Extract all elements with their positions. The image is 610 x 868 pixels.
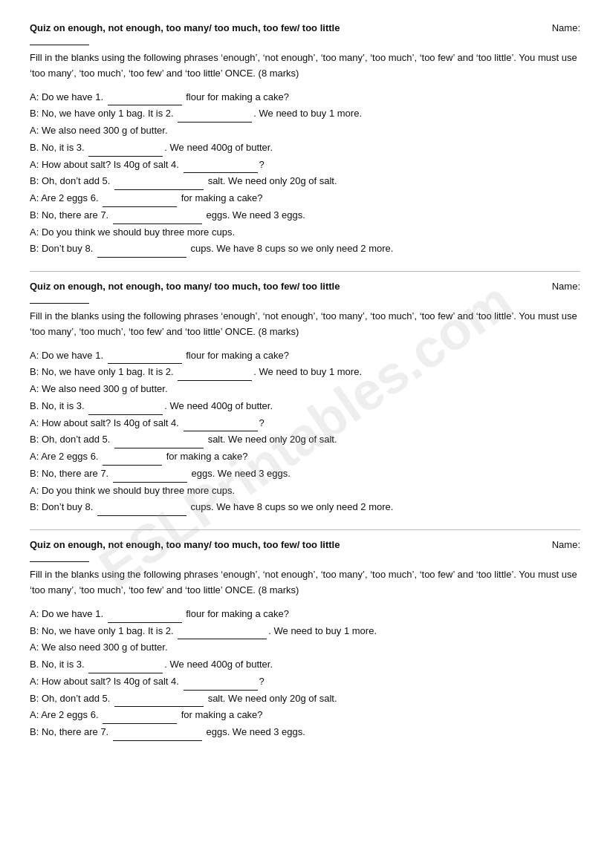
s3-line-8: B: No, there are 7. eggs. We need 3 eggs…	[30, 724, 580, 741]
blank-3-7	[113, 740, 202, 741]
s2-line-4: B. No, it is 3. . We need 400g of butter…	[30, 398, 580, 415]
line-2: B: No, we have only 1 bag. It is 2. . We…	[30, 105, 580, 123]
section-3-qa: A: Do we have 1. flour for making a cake…	[30, 606, 580, 741]
section-3: Quiz on enough, not enough, too many/ to…	[30, 539, 580, 741]
section-1-name-label: Name:	[552, 22, 580, 33]
blank-2-2	[178, 380, 252, 381]
s2-line-5: A: How about salt? Is 40g of salt 4. ?	[30, 415, 580, 432]
s3-line-3: A: We also need 300 g of butter.	[30, 639, 580, 656]
s3-line-4: B. No, it is 3. . We need 400g of butter…	[30, 656, 580, 673]
section-1-name-underline	[30, 35, 89, 45]
section-3-title: Quiz on enough, not enough, too many/ to…	[30, 539, 340, 550]
line-3: A: We also need 300 g of butter.	[30, 123, 580, 140]
blank-2-8	[97, 515, 186, 516]
blank-1-8	[97, 257, 186, 258]
s3-line-6: B: Oh, don’t add 5. salt. We need only 2…	[30, 691, 580, 708]
section-2-qa: A: Do we have 1. flour for making a cake…	[30, 347, 580, 517]
line-4: B. No, it is 3. . We need 400g of butter…	[30, 140, 580, 157]
section-2-name-underline	[30, 293, 89, 304]
section-1-instructions: Fill in the blanks using the following p…	[30, 50, 580, 82]
blank-3-2	[178, 639, 267, 639]
section-2-instructions: Fill in the blanks using the following p…	[30, 309, 580, 340]
section-2: Quiz on enough, not enough, too many/ to…	[30, 281, 580, 516]
divider-1	[30, 271, 580, 272]
s2-line-2: B: No, we have only 1 bag. It is 2. . We…	[30, 364, 580, 381]
s2-line-8: B: No, there are 7. eggs. We need 3 eggs…	[30, 466, 580, 483]
s2-line-3: A: We also need 300 g of butter.	[30, 381, 580, 398]
section-2-title: Quiz on enough, not enough, too many/ to…	[30, 281, 340, 292]
s3-line-2: B: No, we have only 1 bag. It is 2. . We…	[30, 623, 580, 640]
s3-line-1: A: Do we have 1. flour for making a cake…	[30, 606, 580, 623]
line-1: A: Do we have 1. flour for making a cake…	[30, 89, 580, 106]
divider-2	[30, 529, 580, 530]
line-9: A: Do you think we should buy three more…	[30, 224, 580, 241]
s2-line-9: A: Do you think we should buy three more…	[30, 483, 580, 500]
s2-line-6: B: Oh, don’t add 5. salt. We need only 2…	[30, 431, 580, 448]
section-1-title: Quiz on enough, not enough, too many/ to…	[30, 22, 340, 33]
blank-1-2	[178, 122, 252, 123]
section-3-name-underline	[30, 552, 89, 562]
section-1: Quiz on enough, not enough, too many/ to…	[30, 22, 580, 258]
line-10: B: Don’t buy 8. cups. We have 8 cups so …	[30, 241, 580, 258]
s3-line-7: A: Are 2 eggs 6. for making a cake?	[30, 707, 580, 724]
line-7: A: Are 2 eggs 6. for making a cake?	[30, 190, 580, 207]
section-2-name-label: Name:	[552, 281, 580, 292]
s2-line-10: B: Don’t buy 8. cups. We have 8 cups so …	[30, 499, 580, 516]
s2-line-7: A: Are 2 eggs 6. for making a cake?	[30, 448, 580, 466]
line-5: A: How about salt? Is 40g of salt 4. ?	[30, 157, 580, 174]
section-3-name-label: Name:	[552, 539, 580, 550]
s3-line-5: A: How about salt? Is 40g of salt 4. ?	[30, 673, 580, 691]
s2-line-1: A: Do we have 1. flour for making a cake…	[30, 347, 580, 365]
section-3-instructions: Fill in the blanks using the following p…	[30, 567, 580, 598]
section-1-qa: A: Do we have 1. flour for making a cake…	[30, 89, 580, 258]
line-8: B: No, there are 7. eggs. We need 3 eggs…	[30, 207, 580, 224]
line-6: B: Oh, don’t add 5. salt. We need only 2…	[30, 173, 580, 190]
